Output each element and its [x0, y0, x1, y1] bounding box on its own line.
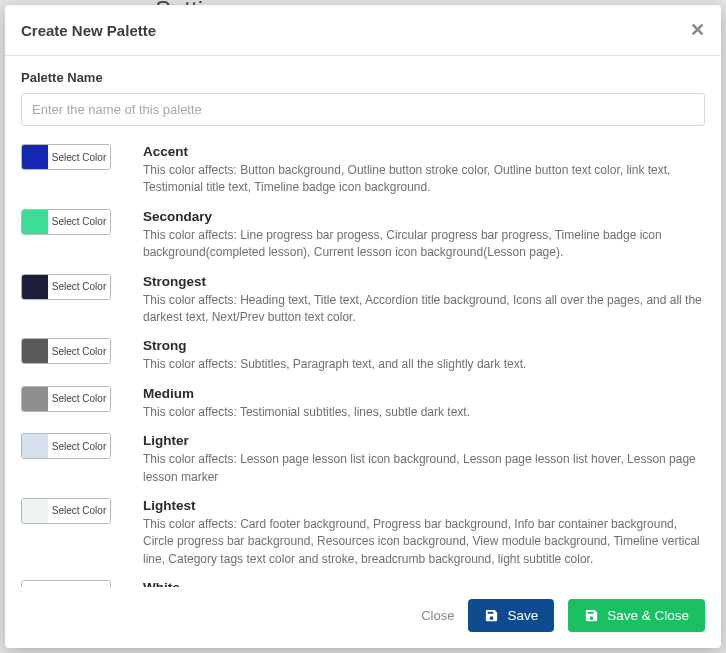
save-icon [484, 608, 499, 623]
color-row-lighter: Select Color Lighter This color affects:… [21, 433, 705, 486]
color-desc: This color affects: Testimonial subtitle… [143, 404, 705, 421]
save-icon [584, 608, 599, 623]
color-title: Medium [143, 386, 705, 401]
select-color-strongest[interactable]: Select Color [21, 274, 111, 300]
swatch-icon [22, 387, 48, 411]
select-color-label: Select Color [48, 387, 110, 411]
close-button[interactable]: Close [421, 608, 454, 623]
modal-header: Create New Palette ✕ [5, 5, 721, 56]
color-title: Secondary [143, 209, 705, 224]
color-row-lightest: Select Color Lightest This color affects… [21, 498, 705, 568]
select-color-label: Select Color [48, 499, 110, 523]
select-color-white[interactable]: Select Color [21, 580, 111, 587]
save-close-button-label: Save & Close [607, 608, 689, 623]
color-title: Accent [143, 144, 705, 159]
color-row-strong: Select Color Strong This color affects: … [21, 338, 705, 373]
swatch-icon [22, 339, 48, 363]
color-title: Strongest [143, 274, 705, 289]
select-color-label: Select Color [48, 145, 110, 169]
select-color-label: Select Color [48, 210, 110, 234]
color-desc: This color affects: Heading text, Title … [143, 292, 705, 327]
color-desc: This color affects: Card footer backgrou… [143, 516, 705, 568]
color-desc: This color affects: Button background, O… [143, 162, 705, 197]
save-button-label: Save [507, 608, 538, 623]
color-title: Lighter [143, 433, 705, 448]
modal-title: Create New Palette [21, 22, 156, 39]
save-close-button[interactable]: Save & Close [568, 599, 705, 632]
swatch-icon [22, 434, 48, 458]
select-color-label: Select Color [48, 339, 110, 363]
modal-footer: Close Save Save & Close [5, 587, 721, 648]
color-title: Strong [143, 338, 705, 353]
select-color-lighter[interactable]: Select Color [21, 433, 111, 459]
color-row-medium: Select Color Medium This color affects: … [21, 386, 705, 421]
color-row-secondary: Select Color Secondary This color affect… [21, 209, 705, 262]
color-title: White [143, 580, 705, 587]
palette-name-label: Palette Name [21, 70, 705, 85]
swatch-icon [22, 499, 48, 523]
color-row-white: Select Color White This color affects: B… [21, 580, 705, 587]
select-color-medium[interactable]: Select Color [21, 386, 111, 412]
color-title: Lightest [143, 498, 705, 513]
palette-name-input[interactable] [21, 93, 705, 126]
color-desc: This color affects: Subtitles, Paragraph… [143, 356, 705, 373]
select-color-strong[interactable]: Select Color [21, 338, 111, 364]
color-row-strongest: Select Color Strongest This color affect… [21, 274, 705, 327]
close-icon[interactable]: ✕ [690, 19, 705, 41]
select-color-lightest[interactable]: Select Color [21, 498, 111, 524]
swatch-icon [22, 210, 48, 234]
color-row-accent: Select Color Accent This color affects: … [21, 144, 705, 197]
select-color-label: Select Color [48, 434, 110, 458]
save-button[interactable]: Save [468, 599, 554, 632]
modal-body: Palette Name Select Color Accent This co… [5, 56, 721, 587]
color-desc: This color affects: Line progress bar pr… [143, 227, 705, 262]
swatch-icon [22, 145, 48, 169]
select-color-accent[interactable]: Select Color [21, 144, 111, 170]
color-desc: This color affects: Lesson page lesson l… [143, 451, 705, 486]
swatch-icon [22, 275, 48, 299]
select-color-secondary[interactable]: Select Color [21, 209, 111, 235]
select-color-label: Select Color [48, 275, 110, 299]
create-palette-modal: Create New Palette ✕ Palette Name Select… [5, 5, 721, 648]
